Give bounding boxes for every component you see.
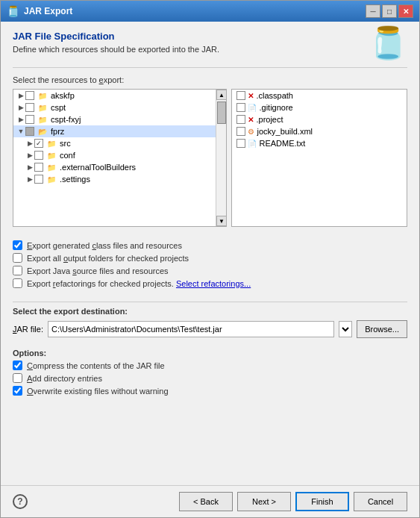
- title-bar-left: 🫙 JAR Export: [7, 5, 72, 17]
- help-button[interactable]: ?: [13, 494, 28, 509]
- toggle-cspt-fxyj[interactable]: ▶: [16, 115, 25, 124]
- overwrite-checkbox[interactable]: [13, 386, 22, 396]
- jar-path-dropdown[interactable]: ▼: [339, 321, 352, 337]
- left-scrollbar[interactable]: ▲ ▼: [216, 90, 226, 226]
- export-output-label: Export all output folders for checked pr…: [27, 254, 189, 263]
- export-options-section: Export generated class files and resourc…: [13, 240, 407, 291]
- footer: ? < Back Next > Finish Cancel: [1, 485, 419, 517]
- folder-icon-cspt: 📁: [37, 102, 48, 113]
- toggle-external[interactable]: ▶: [25, 163, 34, 172]
- right-panel[interactable]: ✕ .classpath 📄 .gitignore ✕ .project: [231, 89, 407, 227]
- minimize-button[interactable]: ─: [366, 4, 380, 18]
- export-output-checkbox[interactable]: [13, 253, 22, 263]
- toggle-akskfp[interactable]: ▶: [16, 91, 25, 100]
- tree-panels: ▶ 📁 akskfp ▶ 📁 cspt: [13, 89, 407, 227]
- scroll-down[interactable]: ▼: [216, 216, 227, 226]
- check-classpath[interactable]: [236, 91, 245, 100]
- directory-row: Add directory entries: [13, 373, 407, 383]
- export-class-row: Export generated class files and resourc…: [13, 240, 407, 250]
- compress-label: Compress the contents of the JAR file: [27, 361, 165, 370]
- right-item-jocky[interactable]: ⚙ jocky_build.xml: [232, 125, 407, 137]
- export-java-row: Export Java source files and resources: [13, 266, 407, 275]
- right-item-readme[interactable]: 📄 README.txt: [232, 137, 407, 149]
- close-button[interactable]: ✕: [398, 4, 413, 18]
- window-title: JAR Export: [24, 6, 72, 16]
- export-java-checkbox[interactable]: [13, 266, 22, 275]
- dest-row: JAR file: ▼ Browse...: [13, 320, 407, 338]
- compress-checkbox[interactable]: [13, 361, 22, 370]
- left-tree-panel[interactable]: ▶ 📁 akskfp ▶ 📁 cspt: [13, 89, 227, 227]
- x-icon-project: ✕: [248, 116, 254, 124]
- check-gitignore[interactable]: [236, 103, 245, 112]
- export-refactoring-checkbox[interactable]: [13, 278, 22, 288]
- compress-row: Compress the contents of the JAR file: [13, 361, 407, 370]
- label-external: .externalToolBuilders: [60, 163, 136, 172]
- check-project[interactable]: [236, 115, 245, 124]
- maximize-button[interactable]: □: [382, 4, 397, 18]
- check-jocky[interactable]: [236, 127, 245, 136]
- folder-icon-akskfp: 📁: [37, 90, 48, 101]
- tree-item-conf[interactable]: ▶ 📁 conf: [13, 149, 216, 161]
- x-icon-classpath: ✕: [248, 92, 254, 100]
- directory-label: Add directory entries: [27, 374, 102, 383]
- right-item-project[interactable]: ✕ .project: [232, 113, 407, 125]
- scroll-up[interactable]: ▲: [216, 90, 227, 100]
- folder-icon-fprz: 📂: [37, 126, 48, 137]
- directory-checkbox[interactable]: [13, 373, 22, 383]
- finish-button[interactable]: Finish: [295, 492, 349, 511]
- dest-section-label: Select the export destination:: [13, 307, 407, 316]
- check-settings[interactable]: [34, 175, 43, 184]
- title-bar: 🫙 JAR Export ─ □ ✕: [1, 1, 419, 22]
- export-output-row: Export all output folders for checked pr…: [13, 253, 407, 263]
- overwrite-row: Overwrite existing files without warning: [13, 386, 407, 396]
- export-java-label: Export Java source files and resources: [27, 266, 169, 275]
- check-src[interactable]: [34, 139, 43, 148]
- export-class-label: Export generated class files and resourc…: [27, 241, 182, 250]
- label-project: .project: [256, 115, 283, 124]
- right-item-classpath[interactable]: ✕ .classpath: [232, 90, 407, 102]
- toggle-conf[interactable]: ▶: [25, 151, 34, 160]
- toggle-cspt[interactable]: ▶: [16, 103, 25, 112]
- tree-item-akskfp[interactable]: ▶ 📁 akskfp: [13, 90, 216, 102]
- tree-item-external-tool-builders[interactable]: ▶ 📁 .externalToolBuilders: [13, 161, 216, 173]
- section-title: JAR File Specification: [13, 31, 407, 42]
- label-classpath: .classpath: [256, 91, 293, 100]
- check-conf[interactable]: [34, 151, 43, 160]
- check-fprz[interactable]: [25, 127, 34, 136]
- label-src: src: [60, 139, 71, 148]
- toggle-settings[interactable]: ▶: [25, 175, 34, 184]
- check-readme[interactable]: [236, 139, 245, 148]
- tree-item-cspt-fxyj[interactable]: ▶ 📁 cspt-fxyj: [13, 113, 216, 125]
- tree-item-cspt[interactable]: ▶ 📁 cspt: [13, 102, 216, 113]
- toggle-fprz[interactable]: ▼: [16, 127, 25, 136]
- folder-icon-conf: 📁: [46, 150, 57, 160]
- check-akskfp[interactable]: [25, 91, 34, 100]
- footer-left: ?: [13, 494, 28, 509]
- cancel-button[interactable]: Cancel: [354, 492, 407, 511]
- destination-section: Select the export destination: JAR file:…: [13, 307, 407, 343]
- label-jocky: jocky_build.xml: [257, 127, 313, 136]
- export-refactoring-row: Export refactorings for checked projects…: [13, 278, 407, 288]
- tree-item-settings[interactable]: ▶ 📁 .settings: [13, 173, 216, 185]
- browse-button[interactable]: Browse...: [357, 320, 407, 338]
- label-readme: README.txt: [259, 139, 305, 148]
- tree-item-src[interactable]: ▶ 📁 src: [13, 137, 216, 149]
- check-cspt[interactable]: [25, 103, 34, 112]
- next-button[interactable]: Next >: [237, 492, 291, 511]
- export-class-checkbox[interactable]: [13, 240, 22, 250]
- check-cspt-fxyj[interactable]: [25, 115, 34, 124]
- tree-item-fprz[interactable]: ▼ 📂 fprz: [13, 125, 216, 137]
- folder-icon-settings: 📁: [46, 174, 57, 184]
- label-fprz: fprz: [51, 127, 64, 136]
- jar-path-input[interactable]: [48, 321, 334, 337]
- check-external[interactable]: [34, 163, 43, 172]
- back-button[interactable]: < Back: [179, 492, 233, 511]
- select-refactorings-link[interactable]: Select refactorings...: [176, 279, 251, 288]
- scroll-thumb[interactable]: [217, 102, 226, 124]
- toggle-src[interactable]: ▶: [25, 139, 34, 148]
- label-akskfp: akskfp: [51, 91, 75, 100]
- label-conf: conf: [60, 151, 75, 160]
- export-refactoring-label: Export refactorings for checked projects…: [27, 279, 176, 288]
- right-item-gitignore[interactable]: 📄 .gitignore: [232, 102, 407, 113]
- options-section: Options: Compress the contents of the JA…: [13, 349, 407, 399]
